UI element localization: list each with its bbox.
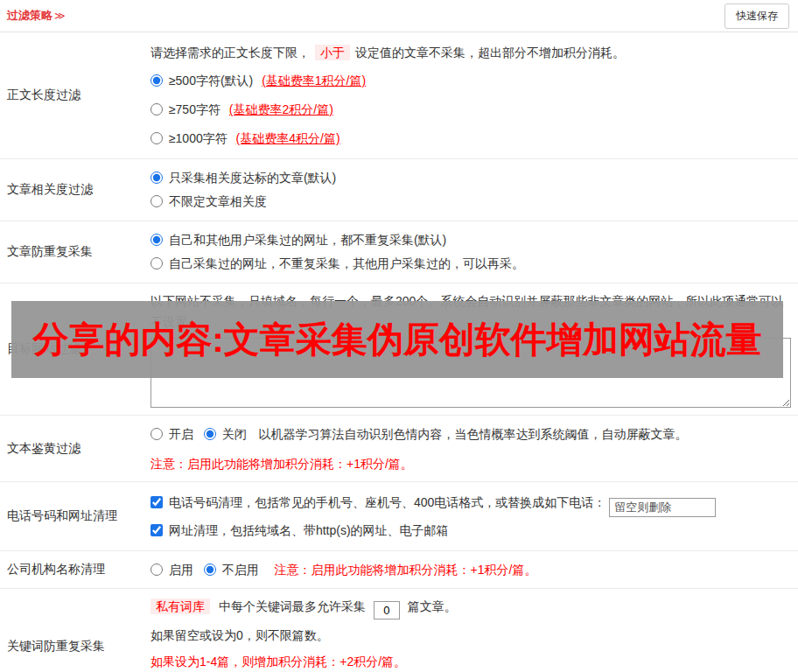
radio-option-company-off[interactable]: 不启用 [204, 563, 262, 577]
radio-relevance-any[interactable] [150, 195, 163, 207]
watermark-text: 分享的内容:文章采集伪原创软件增加网站流量 [32, 316, 762, 364]
radio-500-chars[interactable] [150, 74, 163, 87]
fee-note: (基础费率4积分/篇) [236, 131, 340, 145]
porn-filter-cost-note: 注意：启用此功能将增加积分消耗：+1积分/篇。 [150, 453, 791, 474]
radio-option-750-chars[interactable]: ≥750字符 (基础费率2积分/篇) [150, 100, 791, 119]
intro-prefix: 请选择需求的正文长度下限， [150, 46, 310, 60]
checkbox-option-phone-cleanup[interactable]: 电话号码清理，包括常见的手机号、座机号、400电话格式，或替换成如下电话： [150, 495, 609, 509]
quick-save-button[interactable]: 快速保存 [724, 4, 789, 29]
checkbox-label: 电话号码清理，包括常见的手机号、座机号、400电话格式，或替换成如下电话： [169, 495, 606, 509]
checkbox-phone-cleanup[interactable] [150, 496, 163, 508]
page-title: 过滤策略 [7, 9, 52, 22]
radio-company-on[interactable] [150, 564, 163, 576]
row-company-name-cleanup: 公司机构名称清理 启用 不启用 注意：启用此功能将增加积分消耗：+1积分/篇。 [0, 551, 798, 589]
radio-label: 自己采集过的网址，不重复采集，其他用户采集过的，可以再采。 [169, 256, 524, 270]
radio-option-porn-on[interactable]: 开启 [150, 427, 197, 441]
intro-suffix: 设定值的文章不采集，超出部分不增加积分消耗。 [355, 46, 625, 60]
radio-label: ≥1000字符 [169, 131, 228, 145]
watermark-overlay: 分享的内容:文章采集伪原创软件增加网站流量 [11, 301, 783, 378]
fee-note: (基础费率2积分/篇) [229, 102, 333, 116]
radio-750-chars[interactable] [150, 103, 163, 116]
radio-dedupe-all-users[interactable] [150, 234, 163, 246]
radio-label: 关闭 [222, 427, 247, 441]
radio-option-relevance-strict[interactable]: 只采集相关度达标的文章(默认) [150, 166, 791, 190]
row-label-phone: 电话号码和网址清理 [0, 482, 149, 550]
row-phone-url-cleanup: 电话号码和网址清理 电话号码清理，包括常见的手机号、座机号、400电话格式，或替… [0, 482, 798, 551]
page-title-toggle[interactable]: 过滤策略≫ [7, 8, 66, 24]
radio-label: ≥500字符(默认) [169, 74, 253, 88]
checkbox-url-cleanup[interactable] [150, 524, 163, 536]
porn-filter-description: 以机器学习算法自动识别色情内容，当色情概率达到系统阈值，自动屏蔽文章。 [259, 427, 688, 441]
row-length-filter: 正文长度过滤 请选择需求的正文长度下限，小于设定值的文章不采集，超出部分不增加积… [0, 32, 798, 159]
row-label-keyword: 关键词防重复采集 [0, 589, 149, 672]
radio-label: 启用 [169, 563, 193, 577]
keyword-note-cost: 如果设为1-4篇，则增加积分消耗：+2积分/篇。 [150, 651, 791, 672]
radio-1000-chars[interactable] [150, 132, 163, 144]
radio-option-dedupe-self-only[interactable]: 自己采集过的网址，不重复采集，其他用户采集过的，可以再采。 [150, 252, 791, 276]
radio-option-1000-chars[interactable]: ≥1000字符 (基础费率4积分/篇) [150, 129, 791, 148]
fee-note: (基础费率1积分/篇) [262, 74, 366, 88]
radio-label: 只采集相关度达标的文章(默认) [169, 171, 336, 185]
radio-option-company-on[interactable]: 启用 [150, 563, 197, 577]
row-keyword-dedupe: 关键词防重复采集 私有词库 中每个关键词最多允许采集 篇文章。 如果留空或设为0… [0, 589, 798, 672]
radio-option-dedupe-all-users[interactable]: 自己和其他用户采集过的网址，都不重复采集(默认) [150, 228, 791, 252]
filter-strategy-page: 过滤策略≫ 快速保存 正文长度过滤 请选择需求的正文长度下限，小于设定值的文章不… [0, 0, 798, 672]
checkbox-label: 网址清理，包括纯域名、带http(s)的网址、电子邮箱 [169, 523, 449, 537]
radio-option-relevance-any[interactable]: 不限定文章相关度 [150, 190, 791, 214]
keyword-limit-suffix: 篇文章。 [408, 599, 457, 613]
radio-dedupe-self-only[interactable] [150, 257, 163, 270]
row-porn-filter: 文本鉴黄过滤 开启 关闭 以机器学习算法自动识别色情内容，当色情概率达到系统阈值… [0, 416, 798, 482]
checkbox-option-url-cleanup[interactable]: 网址清理，包括纯域名、带http(s)的网址、电子邮箱 [150, 523, 449, 537]
radio-label: 不启用 [222, 563, 259, 577]
row-label-relevance: 文章相关度过滤 [0, 159, 149, 220]
radio-label: ≥750字符 [169, 102, 220, 116]
radio-label: 不限定文章相关度 [169, 194, 267, 208]
keyword-limit-text: 中每个关键词最多允许采集 [219, 599, 366, 613]
radio-label: 自己和其他用户采集过的网址，都不重复采集(默认) [169, 233, 446, 247]
radio-porn-on[interactable] [150, 428, 163, 440]
length-intro-text: 请选择需求的正文长度下限，小于设定值的文章不采集，超出部分不增加积分消耗。 [150, 43, 791, 62]
radio-label: 开启 [169, 427, 193, 441]
row-label-length: 正文长度过滤 [0, 32, 149, 158]
radio-porn-off[interactable] [204, 428, 216, 440]
row-relevance-filter: 文章相关度过滤 只采集相关度达标的文章(默认) 不限定文章相关度 [0, 159, 798, 221]
radio-company-off[interactable] [204, 564, 216, 576]
radio-option-500-chars[interactable]: ≥500字符(默认) (基础费率1积分/篇) [150, 71, 791, 90]
radio-option-porn-off[interactable]: 关闭 [204, 427, 250, 441]
radio-relevance-strict[interactable] [150, 172, 163, 184]
row-label-dedupe: 文章防重复采集 [0, 221, 149, 283]
topbar: 过滤策略≫ 快速保存 [0, 0, 798, 32]
phone-replacement-input[interactable] [609, 498, 716, 517]
less-than-highlight: 小于 [315, 45, 350, 60]
keyword-note-zero: 如果留空或设为0，则不限篇数。 [150, 625, 791, 646]
row-label-porn: 文本鉴黄过滤 [0, 416, 149, 481]
private-lexicon-highlight: 私有词库 [150, 598, 210, 614]
company-cleanup-cost-note: 注意：启用此功能将增加积分消耗：+1积分/篇。 [275, 563, 537, 577]
keyword-limit-input[interactable] [374, 601, 400, 620]
row-label-company: 公司机构名称清理 [0, 551, 149, 588]
row-dedupe-filter: 文章防重复采集 自己和其他用户采集过的网址，都不重复采集(默认) 自己采集过的网… [0, 221, 798, 284]
chevron-down-icon: ≫ [54, 10, 66, 22]
